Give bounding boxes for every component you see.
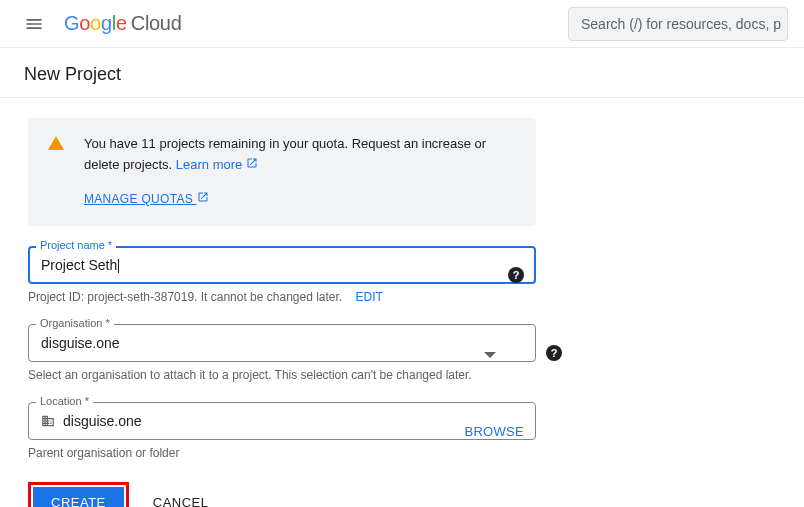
project-name-input[interactable]: Project Seth xyxy=(28,246,536,284)
location-field: Location * disguise.one BROWSE Parent or… xyxy=(28,402,536,460)
organisation-field: Organisation * disguise.one ? Select an … xyxy=(28,324,536,382)
organisation-select[interactable]: disguise.one xyxy=(28,324,536,362)
project-name-label: Project name * xyxy=(36,239,116,251)
chevron-down-icon xyxy=(484,344,496,362)
menu-button[interactable] xyxy=(16,6,52,42)
hamburger-icon xyxy=(24,14,44,34)
manage-quotas-link[interactable]: MANAGE QUOTAS xyxy=(84,190,209,209)
project-id-hint: Project ID: project-seth-387019. It cann… xyxy=(28,290,536,304)
help-icon[interactable]: ? xyxy=(508,267,524,283)
search-input[interactable]: Search (/) for resources, docs, p xyxy=(568,7,788,41)
organisation-icon xyxy=(41,414,55,428)
page-title: New Project xyxy=(0,48,804,98)
external-link-icon xyxy=(246,155,258,176)
external-link-icon xyxy=(197,190,209,209)
help-icon[interactable]: ? xyxy=(546,345,562,361)
cancel-button[interactable]: CANCEL xyxy=(153,495,209,507)
quota-notice: You have 11 projects remaining in your q… xyxy=(28,118,536,226)
edit-project-id[interactable]: EDIT xyxy=(356,290,383,304)
location-label: Location * xyxy=(36,395,93,407)
logo-suffix: Cloud xyxy=(131,12,182,35)
warning-icon xyxy=(48,136,64,150)
organisation-hint: Select an organisation to attach it to a… xyxy=(28,368,536,382)
organisation-label: Organisation * xyxy=(36,317,114,329)
location-input[interactable]: disguise.one xyxy=(28,402,536,440)
learn-more-link[interactable]: Learn more xyxy=(176,157,258,172)
project-name-field: Project name * Project Seth ? Project ID… xyxy=(28,246,536,304)
browse-button[interactable]: BROWSE xyxy=(464,423,524,438)
create-button[interactable]: CREATE xyxy=(33,487,124,507)
create-highlight: CREATE xyxy=(28,482,129,507)
location-hint: Parent organisation or folder xyxy=(28,446,536,460)
logo: Google Cloud xyxy=(64,12,182,35)
notice-text: You have 11 projects remaining in your q… xyxy=(84,136,486,172)
